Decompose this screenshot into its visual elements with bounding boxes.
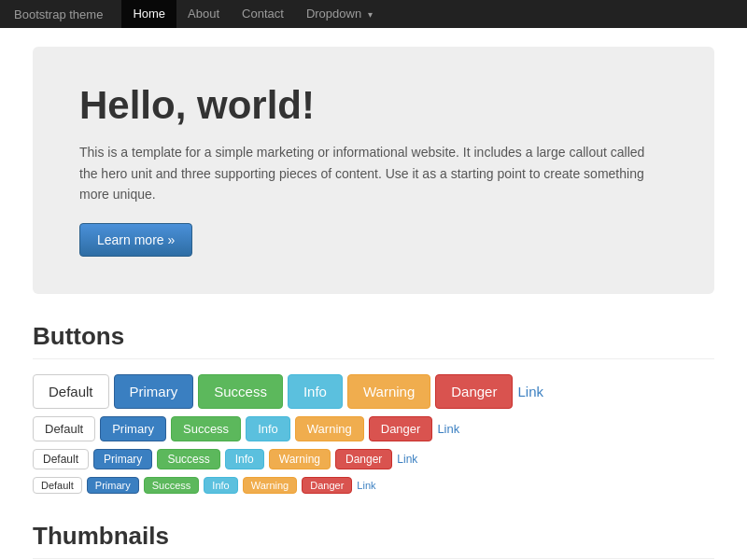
btn-default-small[interactable]: Default (33, 449, 89, 469)
nav-item-about[interactable]: About (176, 0, 231, 28)
btn-danger-large[interactable]: Danger (435, 374, 513, 409)
btn-success-mini[interactable]: Success (144, 477, 200, 494)
btn-primary-large[interactable]: Primary (114, 374, 194, 409)
btn-success-large[interactable]: Success (198, 374, 283, 409)
btn-primary-medium[interactable]: Primary (100, 416, 166, 441)
btn-default-mini[interactable]: Default (33, 477, 82, 494)
nav-item-dropdown[interactable]: Dropdown ▾ (295, 0, 384, 28)
btn-danger-mini[interactable]: Danger (302, 477, 352, 494)
btn-danger-medium[interactable]: Danger (369, 416, 433, 441)
thumbnails-section: Thumbnails 200x200 (33, 522, 714, 560)
btn-default-large[interactable]: Default (33, 374, 109, 409)
btn-info-mini[interactable]: Info (204, 477, 237, 494)
buttons-section-title: Buttons (33, 322, 714, 359)
buttons-section: Buttons Default Primary Success Info War… (33, 322, 714, 494)
btn-danger-small[interactable]: Danger (335, 449, 392, 469)
btn-primary-mini[interactable]: Primary (87, 477, 139, 494)
btn-warning-small[interactable]: Warning (269, 449, 331, 469)
btn-success-small[interactable]: Success (157, 449, 219, 469)
btn-link-small[interactable]: Link (397, 453, 417, 466)
navbar: Bootstrap theme Home About Contact Dropd… (0, 0, 747, 28)
btn-link-medium[interactable]: Link (437, 422, 459, 436)
button-row-medium: Default Primary Success Info Warning Dan… (33, 416, 714, 441)
nav-link-dropdown[interactable]: Dropdown ▾ (295, 0, 384, 28)
nav-link-about[interactable]: About (176, 0, 231, 28)
navbar-nav: Home About Contact Dropdown ▾ (121, 0, 383, 28)
btn-success-medium[interactable]: Success (171, 416, 241, 441)
thumbnails-section-title: Thumbnails (33, 522, 714, 559)
button-row-mini: Default Primary Success Info Warning Dan… (33, 477, 714, 494)
btn-info-large[interactable]: Info (288, 374, 343, 409)
btn-info-small[interactable]: Info (225, 449, 264, 469)
main-container: Hello, world! This is a template for a s… (19, 28, 728, 560)
btn-info-medium[interactable]: Info (246, 416, 290, 441)
navbar-brand[interactable]: Bootstrap theme (14, 7, 103, 21)
hero-unit: Hello, world! This is a template for a s… (33, 47, 714, 294)
btn-warning-medium[interactable]: Warning (295, 416, 364, 441)
chevron-down-icon: ▾ (368, 9, 373, 20)
btn-warning-large[interactable]: Warning (347, 374, 430, 409)
btn-warning-mini[interactable]: Warning (243, 477, 298, 494)
nav-item-home[interactable]: Home (121, 0, 176, 28)
button-row-small: Default Primary Success Info Warning Dan… (33, 449, 714, 469)
btn-primary-small[interactable]: Primary (93, 449, 152, 469)
btn-default-medium[interactable]: Default (33, 416, 95, 441)
btn-link-mini[interactable]: Link (357, 480, 375, 491)
nav-item-contact[interactable]: Contact (231, 0, 295, 28)
nav-link-home[interactable]: Home (121, 0, 176, 28)
button-row-large: Default Primary Success Info Warning Dan… (33, 374, 714, 409)
nav-link-contact[interactable]: Contact (231, 0, 295, 28)
hero-title: Hello, world! (79, 84, 668, 127)
btn-link-large[interactable]: Link (517, 384, 543, 399)
hero-description: This is a template for a simple marketin… (79, 142, 658, 204)
learn-more-button[interactable]: Learn more » (79, 223, 192, 257)
